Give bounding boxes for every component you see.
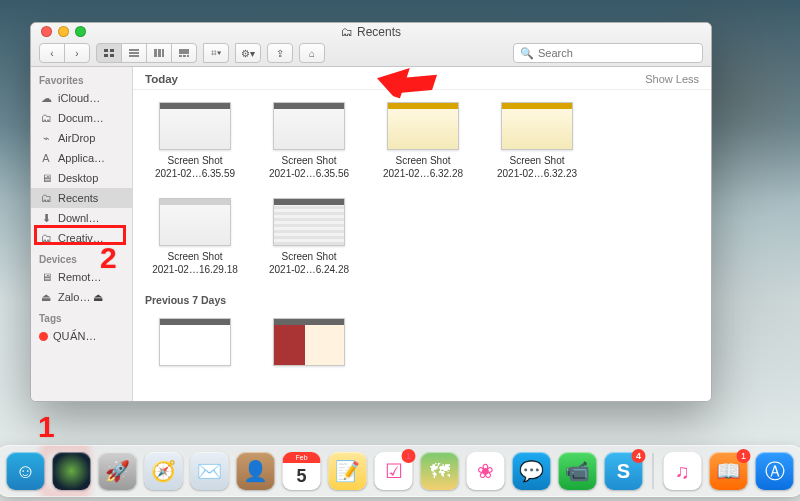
icon-view-button[interactable]	[96, 43, 122, 63]
grid-prev	[133, 306, 711, 380]
search-field[interactable]: 🔍	[513, 43, 703, 63]
dock-finder[interactable]: ☺	[7, 452, 45, 490]
recents-icon: 🗂	[341, 25, 353, 39]
sidebar-section-header: Favorites	[31, 69, 132, 88]
svg-rect-6	[129, 55, 139, 57]
file-item[interactable]	[263, 318, 355, 366]
column-view-button[interactable]	[146, 43, 172, 63]
dock-mail[interactable]: ✉️	[191, 452, 229, 490]
sidebar-item-icloud[interactable]: ☁︎iCloud…	[31, 88, 132, 108]
svg-rect-11	[179, 55, 182, 57]
dock-itunes[interactable]: ♫	[664, 452, 702, 490]
svg-rect-13	[187, 55, 189, 57]
dock-notes[interactable]: 📝	[329, 452, 367, 490]
file-item[interactable]: Screen Shot2021-02…6.24.28	[263, 198, 355, 276]
dock-ibooks[interactable]: 📖1	[710, 452, 748, 490]
sidebar-item-label: Downl…	[58, 212, 100, 224]
list-view-button[interactable]	[121, 43, 147, 63]
sidebar-item-label: Zalo… ⏏	[58, 291, 103, 304]
dock-facetime[interactable]: 📹	[559, 452, 597, 490]
svg-rect-7	[154, 49, 157, 57]
sidebar-item-applica[interactable]: AApplica…	[31, 148, 132, 168]
sidebar-item-label: Remot…	[58, 271, 101, 283]
finder-window: 🗂 Recents ‹ › ⌗▾ ⚙︎▾ ⇪ ⌂	[30, 22, 712, 402]
sidebar-item-recents[interactable]: 🗂Recents	[31, 188, 132, 208]
close-button[interactable]	[41, 26, 52, 37]
dock-messages[interactable]: 💬	[513, 452, 551, 490]
titlebar: 🗂 Recents ‹ › ⌗▾ ⚙︎▾ ⇪ ⌂	[31, 23, 711, 67]
window-title: 🗂 Recents	[31, 25, 711, 39]
back-button[interactable]: ‹	[39, 43, 65, 63]
file-thumbnail	[159, 318, 231, 366]
dock: ☺🚀🧭✉️👤Feb5📝☑︎1🗺❀💬📹S4♫📖1Ⓐ	[0, 445, 800, 497]
dock-contacts[interactable]: 👤	[237, 452, 275, 490]
file-item[interactable]	[149, 318, 241, 366]
svg-rect-1	[110, 49, 114, 52]
maximize-button[interactable]	[75, 26, 86, 37]
dock-calendar[interactable]: Feb5	[283, 452, 321, 490]
sidebar-item-airdrop[interactable]: ⌁AirDrop	[31, 128, 132, 148]
edit-tags-button[interactable]: ⌂	[299, 43, 325, 63]
file-name: Screen Shot2021-02…6.32.23	[486, 155, 587, 180]
action-menu-button[interactable]: ⚙︎▾	[235, 43, 261, 63]
group-by-button[interactable]: ⌗▾	[203, 43, 229, 63]
dock-appstore[interactable]: Ⓐ	[756, 452, 794, 490]
file-thumbnail	[159, 102, 231, 150]
file-thumbnail	[273, 318, 345, 366]
dock-maps[interactable]: 🗺	[421, 452, 459, 490]
toolbar: ‹ › ⌗▾ ⚙︎▾ ⇪ ⌂ 🔍	[31, 41, 711, 66]
sidebar-item-label: AirDrop	[58, 132, 95, 144]
file-name: Screen Shot2021-02…6.35.59	[144, 155, 245, 180]
gallery-view-button[interactable]	[171, 43, 197, 63]
sidebar-item-icon: 🖥	[39, 172, 53, 184]
sidebar-item-icon: ☁︎	[39, 92, 53, 105]
sidebar-item-icon: ⌁	[39, 132, 53, 145]
sidebar-item-desktop[interactable]: 🖥Desktop	[31, 168, 132, 188]
content-area[interactable]: Today Show Less Screen Shot2021-02…6.35.…	[133, 67, 711, 401]
sidebar-item-icon: A	[39, 152, 53, 164]
badge: 1	[402, 449, 416, 463]
dock-siri[interactable]	[53, 452, 91, 490]
sidebar-item-label: iCloud…	[58, 92, 100, 104]
sidebar-item-icon: 🗂	[39, 192, 53, 204]
show-less-link[interactable]: Show Less	[645, 73, 699, 85]
file-thumbnail	[387, 102, 459, 150]
sidebar-item-qun[interactable]: QUẦN…	[31, 326, 132, 346]
file-thumbnail	[501, 102, 573, 150]
sidebar-item-zalo[interactable]: ⏏Zalo… ⏏	[31, 287, 132, 307]
file-name: Screen Shot2021-02…6.35.56	[258, 155, 359, 180]
file-item[interactable]: Screen Shot2021-02…6.35.56	[263, 102, 355, 180]
annotation-number-2: 2	[100, 241, 117, 275]
dock-skype[interactable]: S4	[605, 452, 643, 490]
forward-button[interactable]: ›	[64, 43, 90, 63]
sidebar-item-label: Applica…	[58, 152, 105, 164]
file-item[interactable]: Screen Shot2021-02…6.32.23	[491, 102, 583, 180]
share-button[interactable]: ⇪	[267, 43, 293, 63]
sidebar-item-docum[interactable]: 🗂Docum…	[31, 108, 132, 128]
traffic-lights	[31, 26, 86, 37]
dock-safari[interactable]: 🧭	[145, 452, 183, 490]
sidebar-item-icon: 🗂	[39, 112, 53, 124]
svg-rect-9	[162, 49, 164, 57]
minimize-button[interactable]	[58, 26, 69, 37]
dock-launchpad[interactable]: 🚀	[99, 452, 137, 490]
file-name: Screen Shot2021-02…6.32.28	[372, 155, 473, 180]
file-item[interactable]: Screen Shot2021-02…6.35.59	[149, 102, 241, 180]
dock-reminders[interactable]: ☑︎1	[375, 452, 413, 490]
badge: 1	[737, 449, 751, 463]
search-icon: 🔍	[520, 47, 534, 60]
file-item[interactable]: Screen Shot2021-02…6.32.28	[377, 102, 469, 180]
sidebar-item-icon: ⏏	[39, 291, 53, 304]
sidebar-item-label: Recents	[58, 192, 98, 204]
search-input[interactable]	[538, 47, 696, 59]
file-thumbnail	[273, 198, 345, 246]
file-thumbnail	[273, 102, 345, 150]
sidebar-item-icon: 🖥	[39, 271, 53, 283]
sidebar-item-icon: ⬇︎	[39, 212, 53, 225]
file-thumbnail	[159, 198, 231, 246]
dock-separator	[653, 453, 654, 489]
svg-rect-12	[183, 55, 186, 57]
file-item[interactable]: Screen Shot2021-02…16.29.18	[149, 198, 241, 276]
section-title: Today	[145, 73, 178, 85]
dock-photos[interactable]: ❀	[467, 452, 505, 490]
